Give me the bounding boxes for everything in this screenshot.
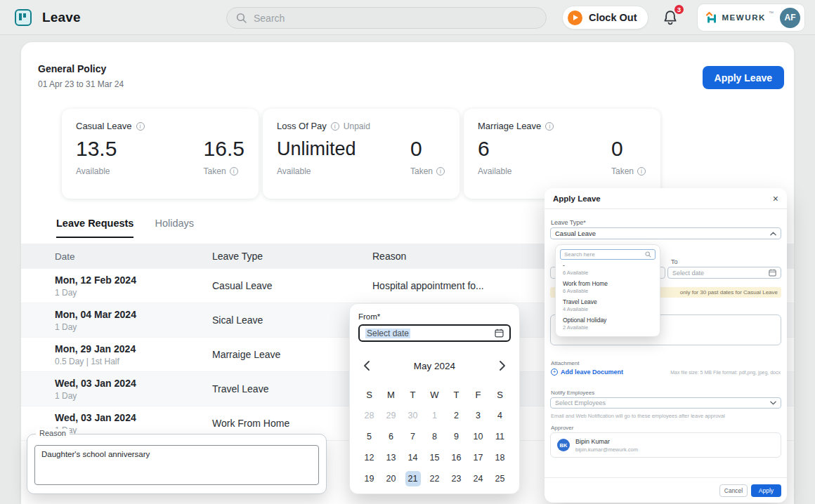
- add-leave-document-link[interactable]: Add leave Document: [551, 369, 623, 376]
- user-avatar[interactable]: AF: [780, 8, 800, 28]
- available-count: 13.5: [76, 137, 204, 161]
- calendar-day[interactable]: 9: [449, 429, 464, 444]
- calendar-day[interactable]: 4: [493, 408, 508, 423]
- column-header-leave-type: Leave Type: [212, 251, 372, 262]
- taken-label: Taken: [204, 166, 226, 176]
- info-icon[interactable]: [136, 122, 145, 131]
- info-icon[interactable]: [230, 167, 238, 175]
- taken-count: 0: [410, 137, 445, 161]
- notify-employees-select[interactable]: Select Employees: [550, 397, 781, 409]
- calendar-day[interactable]: 24: [471, 471, 486, 486]
- close-icon[interactable]: ×: [773, 194, 778, 204]
- calendar-day[interactable]: 6: [384, 429, 399, 444]
- option-availability: 6 Available: [563, 288, 653, 294]
- dropdown-option[interactable]: Work from Home 6 Available: [560, 278, 656, 296]
- day-header: T: [454, 390, 459, 400]
- calendar-day[interactable]: 16: [449, 450, 464, 465]
- calendar-day-selected[interactable]: 21: [405, 471, 421, 486]
- page-title: Leave: [42, 10, 81, 25]
- leave-date-cell: Mon, 04 Mar 2024 1 Day: [21, 309, 212, 332]
- calendar-icon: [495, 329, 504, 338]
- calendar-day[interactable]: 11: [493, 429, 508, 444]
- info-icon[interactable]: [545, 122, 554, 131]
- leave-date: Wed, 03 Jan 2024: [55, 412, 212, 423]
- day-header: S: [497, 390, 503, 400]
- next-month-button[interactable]: [497, 360, 507, 371]
- calendar-day[interactable]: 15: [427, 450, 443, 465]
- plus-circle-icon: [551, 369, 558, 376]
- leave-date: Wed, 03 Jan 2024: [55, 378, 212, 389]
- calendar-day[interactable]: 28: [362, 408, 377, 423]
- leave-type-cell: Sical Leave: [212, 314, 372, 326]
- calendar-day[interactable]: 3: [471, 408, 486, 423]
- available-label: Available: [76, 166, 110, 176]
- tab-leave-requests[interactable]: Leave Requests: [56, 218, 133, 238]
- option-name: Work from Home: [563, 280, 653, 287]
- available-count: Unlimited: [277, 137, 410, 161]
- policy-title: General Policy: [38, 63, 106, 74]
- calendar-day[interactable]: 13: [384, 450, 399, 465]
- taken-count: 16.5: [204, 137, 244, 161]
- calendar-day[interactable]: 14: [405, 450, 421, 465]
- calendar-day[interactable]: 22: [427, 471, 443, 486]
- calendar-day[interactable]: 29: [384, 408, 399, 423]
- calendar-day[interactable]: 25: [493, 471, 508, 486]
- brand-account-box[interactable]: MEWURK ™ AF: [697, 4, 805, 32]
- day-header: T: [410, 390, 416, 400]
- approver-name: Bipin Kumar: [575, 438, 638, 445]
- leave-date: Mon, 29 Jan 2024: [55, 343, 212, 354]
- previous-month-button[interactable]: [362, 360, 372, 371]
- dropdown-search-input[interactable]: Search here: [560, 249, 656, 260]
- calendar-day[interactable]: 10: [471, 429, 486, 444]
- leave-date-cell: Mon, 12 Feb 2024 1 Day: [21, 274, 212, 298]
- to-date-input[interactable]: Select date: [667, 267, 781, 279]
- calendar-day[interactable]: 20: [384, 471, 399, 486]
- calendar-day[interactable]: 1: [427, 408, 443, 423]
- day-header: F: [476, 390, 481, 400]
- clock-out-button[interactable]: Clock Out: [562, 6, 648, 29]
- search-input[interactable]: Search: [226, 7, 547, 29]
- calendar-day[interactable]: 30: [405, 408, 421, 423]
- calendar-day[interactable]: 23: [449, 471, 464, 486]
- info-icon[interactable]: [331, 122, 339, 131]
- notify-hint: Email and Web Notification will go to th…: [551, 413, 725, 419]
- leave-type-cell: Travel Leave: [212, 383, 372, 394]
- option-name: Optional Holiday: [563, 317, 653, 324]
- brand-name: MEWURK: [722, 13, 766, 22]
- from-date-input[interactable]: Select date: [358, 324, 511, 342]
- calendar-day[interactable]: 8: [427, 429, 443, 444]
- dropdown-option[interactable]: - 6 Available: [560, 260, 656, 278]
- dropdown-option[interactable]: Travel Leave 4 Available: [560, 296, 656, 314]
- cancel-button[interactable]: Cancel: [719, 484, 748, 497]
- info-icon[interactable]: [637, 167, 646, 175]
- calendar-month-label: May 2024: [414, 361, 455, 371]
- leave-type-cell: Casual Leave: [212, 280, 372, 291]
- top-bar: Leave Search Clock Out 3: [0, 0, 815, 35]
- info-icon[interactable]: [436, 167, 445, 175]
- reason-popover-text: Daughter's school anniversary: [34, 445, 319, 485]
- notifications-button[interactable]: 3: [661, 9, 679, 27]
- option-availability: 4 Available: [563, 306, 653, 312]
- notification-badge: 3: [673, 4, 685, 15]
- dropdown-option[interactable]: Optional Holiday 2 Available: [560, 314, 656, 333]
- calendar-day[interactable]: 5: [362, 429, 377, 444]
- calendar-day[interactable]: 12: [362, 450, 377, 465]
- calendar-day[interactable]: 18: [493, 450, 508, 465]
- apply-button[interactable]: Apply: [751, 484, 781, 497]
- calendar-day[interactable]: 19: [362, 471, 377, 486]
- apply-leave-modal: Apply Leave × Leave Type* Casual Leave T…: [545, 188, 787, 503]
- apply-leave-button[interactable]: Apply Leave: [703, 66, 784, 89]
- policy-period: 01 Apr 23 to 31 Mar 24: [38, 79, 124, 89]
- reason-popover-label: Reason: [36, 429, 70, 437]
- calendar-day[interactable]: 17: [471, 450, 486, 465]
- calendar-day[interactable]: 7: [405, 429, 421, 444]
- card-title: Casual Leave: [76, 121, 132, 131]
- leave-type-select[interactable]: Casual Leave: [550, 227, 781, 239]
- add-leave-document-label: Add leave Document: [561, 369, 623, 376]
- chevron-up-icon: [770, 232, 776, 236]
- taken-label: Taken: [410, 166, 433, 176]
- approver-label: Approver: [551, 425, 573, 431]
- calendar-grid: S M T W T F S 28 29 30 1 2 3 4 5 6 7 8 9…: [358, 384, 511, 489]
- calendar-day[interactable]: 2: [449, 408, 464, 423]
- tab-holidays[interactable]: Holidays: [155, 218, 194, 238]
